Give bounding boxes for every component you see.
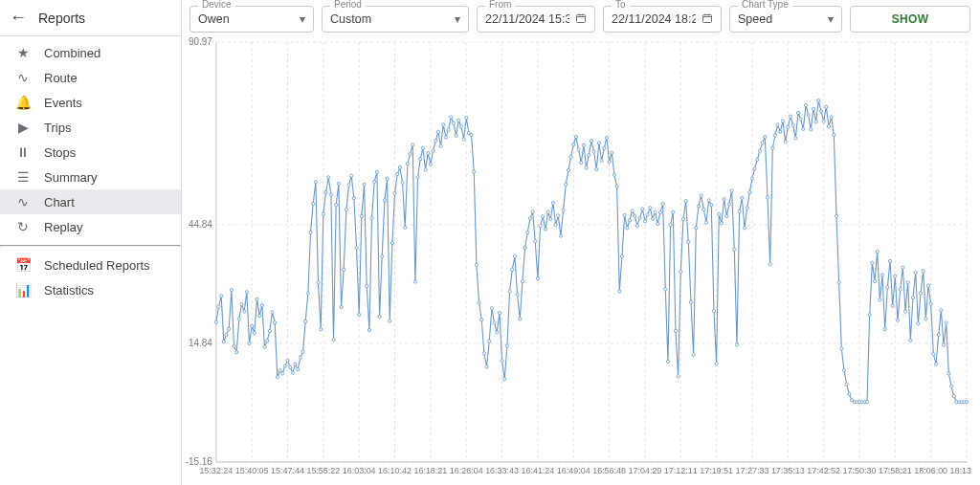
- svg-point-251: [712, 310, 715, 313]
- svg-point-327: [906, 281, 909, 284]
- calendar-icon: [575, 12, 587, 27]
- svg-point-252: [715, 363, 718, 365]
- svg-point-320: [888, 259, 891, 262]
- svg-point-76: [266, 340, 269, 342]
- svg-point-131: [406, 163, 409, 165]
- svg-text:16:41:24: 16:41:24: [521, 466, 554, 475]
- to-datetime[interactable]: To 22/11/2024 18:20: [603, 6, 722, 33]
- svg-point-92: [306, 292, 309, 295]
- svg-point-185: [544, 228, 546, 231]
- svg-point-300: [837, 281, 840, 284]
- svg-point-344: [949, 385, 952, 387]
- svg-point-343: [947, 372, 950, 375]
- svg-point-65: [237, 318, 240, 320]
- sidebar-item-replay[interactable]: ↻Replay: [0, 214, 181, 239]
- svg-point-217: [626, 227, 629, 230]
- svg-point-298: [833, 133, 835, 136]
- svg-point-243: [692, 353, 695, 356]
- sidebar-item-trips[interactable]: ▶Trips: [0, 115, 181, 140]
- svg-point-257: [727, 203, 730, 206]
- svg-point-314: [873, 280, 876, 283]
- sidebar-item-events[interactable]: 🔔Events: [0, 90, 181, 115]
- svg-point-117: [370, 217, 373, 220]
- svg-point-118: [373, 180, 376, 183]
- svg-point-283: [794, 137, 797, 140]
- svg-point-183: [539, 225, 542, 228]
- svg-point-149: [452, 121, 455, 124]
- svg-point-216: [623, 213, 626, 216]
- svg-point-213: [615, 185, 618, 187]
- svg-point-222: [638, 216, 641, 219]
- svg-point-326: [903, 310, 906, 313]
- sidebar-item-label: Events: [44, 96, 82, 110]
- svg-point-328: [909, 339, 912, 342]
- svg-point-146: [444, 136, 447, 139]
- device-select[interactable]: Device Owen ▾: [189, 6, 314, 33]
- svg-point-69: [248, 342, 251, 344]
- svg-point-133: [412, 143, 414, 146]
- sidebar-item-route[interactable]: ∿Route: [0, 65, 181, 90]
- svg-point-197: [574, 136, 577, 139]
- period-select[interactable]: Period Custom ▾: [322, 6, 469, 33]
- svg-text:16:18:21: 16:18:21: [413, 466, 447, 475]
- svg-text:17:04:29: 17:04:29: [629, 466, 662, 475]
- svg-point-333: [922, 270, 924, 273]
- svg-point-82: [281, 372, 284, 375]
- svg-text:16:56:48: 16:56:48: [592, 466, 626, 475]
- sidebar-item-label: Stops: [44, 145, 76, 160]
- svg-point-159: [478, 301, 480, 304]
- svg-point-79: [274, 321, 277, 324]
- svg-point-203: [590, 140, 592, 143]
- svg-point-64: [235, 351, 238, 354]
- svg-point-112: [358, 313, 361, 316]
- svg-point-268: [756, 158, 759, 161]
- svg-point-182: [536, 277, 539, 280]
- back-icon[interactable]: ←: [10, 8, 27, 28]
- svg-point-113: [360, 214, 363, 217]
- period-label: Period: [330, 0, 366, 10]
- svg-point-145: [442, 123, 445, 126]
- svg-point-70: [251, 324, 254, 327]
- svg-point-218: [628, 219, 631, 222]
- svg-point-225: [646, 213, 649, 216]
- speed-chart: 90.9744.8414.84-15.1615:32:2415:40:0515:…: [182, 36, 972, 481]
- svg-point-86: [291, 371, 294, 374]
- svg-point-191: [559, 234, 562, 237]
- sidebar-item-summary[interactable]: ☰Summary: [0, 165, 181, 189]
- svg-point-192: [562, 209, 565, 211]
- svg-point-105: [340, 305, 343, 308]
- chart-type-select[interactable]: Chart Type Speed ▾: [729, 6, 842, 33]
- svg-point-287: [804, 103, 807, 106]
- svg-point-94: [312, 202, 315, 205]
- svg-point-324: [899, 288, 902, 291]
- calendar-icon: 📅: [13, 257, 33, 273]
- sidebar-item-combined[interactable]: ★Combined: [0, 40, 181, 65]
- svg-point-114: [363, 183, 366, 186]
- svg-point-228: [654, 210, 657, 213]
- sidebar-item-chart[interactable]: ∿Chart: [0, 189, 181, 214]
- svg-point-188: [551, 202, 554, 205]
- svg-point-81: [278, 369, 281, 372]
- svg-point-103: [335, 204, 338, 207]
- svg-point-130: [404, 226, 407, 229]
- svg-point-98: [322, 212, 324, 215]
- svg-point-317: [880, 274, 883, 276]
- svg-text:17:12:11: 17:12:11: [664, 466, 698, 475]
- svg-point-212: [612, 173, 615, 176]
- svg-point-186: [546, 210, 549, 213]
- svg-point-101: [329, 193, 332, 196]
- from-datetime[interactable]: From 22/11/2024 15:30: [477, 6, 595, 33]
- sidebar-item-stats[interactable]: 📊Statistics: [0, 277, 181, 302]
- svg-point-322: [894, 275, 897, 277]
- sidebar-item-scheduled[interactable]: 📅Scheduled Reports: [0, 253, 181, 277]
- show-button[interactable]: SHOW: [850, 6, 970, 33]
- svg-text:16:26:04: 16:26:04: [450, 466, 483, 475]
- svg-point-248: [704, 221, 707, 224]
- svg-point-195: [569, 155, 572, 158]
- svg-point-296: [827, 124, 830, 127]
- svg-point-200: [582, 143, 585, 146]
- svg-point-166: [496, 331, 499, 334]
- svg-point-265: [748, 190, 751, 193]
- sidebar-item-stops[interactable]: ⏸Stops: [0, 140, 181, 165]
- svg-point-84: [286, 359, 289, 362]
